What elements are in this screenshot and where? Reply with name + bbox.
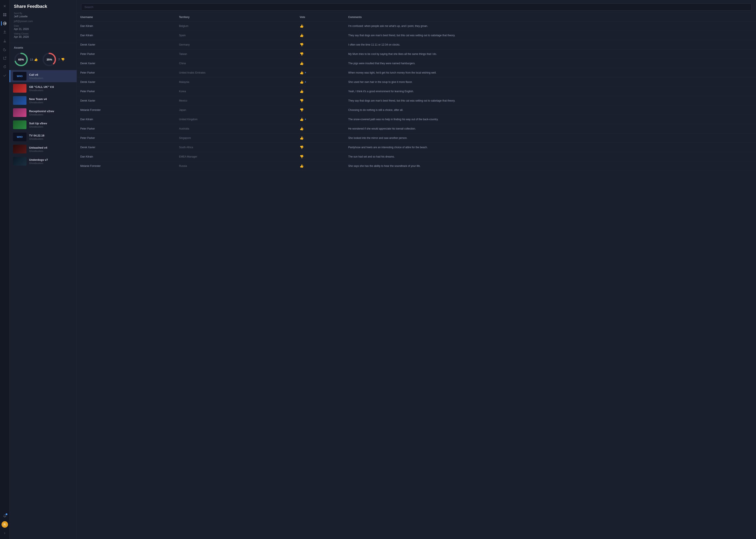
bell-icon[interactable]	[1, 512, 8, 519]
cell-territory: Taiwan	[176, 49, 296, 59]
table-row: Derek XavierSouth Africa👎Pantyhose and h…	[77, 143, 756, 152]
vote-down-icon: 👎	[300, 43, 304, 47]
chevron-right-icon[interactable]: ›	[1, 529, 8, 536]
asset-item[interactable]: Underdogs v7Ghostbusters	[10, 155, 77, 167]
user-avatar[interactable]: JL	[2, 521, 8, 528]
asset-sub: Ghostbusters	[29, 125, 73, 128]
cell-comment: He wondered if she would appreciate his …	[345, 124, 756, 133]
asset-text: Receptionist v2revGhostbusters	[29, 110, 73, 116]
cell-comment: I'm confused: when people ask me what's …	[345, 22, 756, 31]
cell-territory: United Kingdom	[176, 115, 296, 124]
asset-text: Call v6Ghostbusters	[29, 73, 73, 79]
cell-username: Peter Parker	[77, 68, 176, 77]
cell-territory: Mexico	[176, 96, 296, 106]
cell-territory: Russia	[176, 161, 296, 171]
table-row: Derek XavierChina👍The pigs were insulted…	[77, 59, 756, 68]
vote-plus-icon: +	[305, 81, 306, 84]
cell-username: Derek Xavier	[77, 143, 176, 152]
asset-item[interactable]: Receptionist v2revGhostbusters	[10, 107, 77, 119]
asset-item[interactable]: WHOTV 04.22.16Ghostbusters	[10, 131, 77, 143]
asset-item[interactable]: New Team v4Ghostbusters	[10, 94, 77, 107]
search-input[interactable]	[81, 3, 752, 11]
cell-comment: She says she has the ability to hear the…	[345, 161, 756, 171]
asset-list: WHOCall v6GhostbustersGB "CALL UK" V.6Gh…	[10, 70, 77, 167]
asset-item[interactable]: GB "CALL UK" V.6Ghostbusters	[10, 82, 77, 94]
asset-text: Suit Up v5revGhostbusters	[29, 122, 73, 128]
close-icon[interactable]: ✕	[1, 3, 8, 10]
asset-item[interactable]: WHOCall v6Ghostbusters	[10, 70, 77, 82]
cell-username: Peter Parker	[77, 124, 176, 133]
asset-sub: Ghostbusters	[29, 89, 73, 92]
cell-vote: 👍	[296, 161, 345, 171]
cell-username: Derek Xavier	[77, 96, 176, 106]
asset-thumbnail	[13, 84, 27, 93]
cell-comment: She used her own hair in the soup to giv…	[345, 77, 756, 87]
upload-icon[interactable]	[1, 29, 8, 36]
upvote-chart: 65% 13 👍	[14, 52, 38, 67]
thumbs-down-icon: 👎	[61, 58, 65, 61]
asset-thumbnail: WHO	[13, 132, 27, 141]
cell-comment: My Mum tries to be cool by saying that s…	[345, 49, 756, 59]
asset-name: Unleashed v4	[29, 146, 73, 149]
vote-up-icon: 👍	[300, 24, 304, 28]
refresh-icon[interactable]	[1, 63, 8, 70]
cell-territory: United Arabic Emirates	[176, 68, 296, 77]
asset-thumbnail	[13, 120, 27, 129]
cell-vote: 👎	[296, 40, 345, 49]
cell-comment: The pigs were insulted that they were na…	[345, 59, 756, 68]
asset-item[interactable]: Suit Up v5revGhostbusters	[10, 119, 77, 131]
cell-username: Dan Kilrain	[77, 115, 176, 124]
grid-icon[interactable]	[1, 11, 8, 18]
vote-up-icon: 👍	[300, 71, 304, 75]
table-row: Dan KilrainBelgium👍I'm confused: when pe…	[77, 22, 756, 31]
cell-vote: 👎	[296, 143, 345, 152]
cell-territory: South Africa	[176, 143, 296, 152]
moon-icon[interactable]	[1, 46, 8, 53]
main-content: Username Territory Vote Comments Dan Kil…	[77, 0, 756, 539]
table-row: Peter ParkerSingapore👍She looked into th…	[77, 133, 756, 143]
cell-username: Melanie Forrester	[77, 161, 176, 171]
cell-vote: 👍	[296, 133, 345, 143]
vote-up-icon: 👍	[300, 89, 304, 93]
cell-username: Derek Xavier	[77, 40, 176, 49]
download-icon[interactable]	[1, 37, 8, 44]
table-row: Derek XavierMexico👎They say that dogs ar…	[77, 96, 756, 106]
asset-sub: Ghostbusters	[29, 150, 73, 152]
cell-vote: 👎	[296, 49, 345, 59]
upvote-donut: 65%	[14, 52, 28, 67]
asset-name: Receptionist v2rev	[29, 110, 73, 113]
sidebar-header: Share Feedback Sent By Jeff Loiselle jef…	[10, 0, 77, 43]
col-username: Username	[77, 13, 176, 22]
export-icon[interactable]	[1, 55, 8, 62]
asset-item[interactable]: Unleashed v4Ghostbusters	[10, 143, 77, 155]
cell-comment: Yeah, I think it's a good environment fo…	[345, 87, 756, 96]
asset-name: New Team v4	[29, 98, 73, 101]
cell-username: Melanie Forrester	[77, 106, 176, 115]
asset-text: TV 04.22.16Ghostbusters	[29, 134, 73, 140]
cell-comment: They say that dogs are man's best friend…	[345, 31, 756, 40]
cell-territory: EMEA Manager	[176, 152, 296, 161]
col-vote: Vote	[296, 13, 345, 22]
svg-rect-2	[3, 15, 5, 16]
asset-text: Underdogs v7Ghostbusters	[29, 158, 73, 165]
vote-down-icon: 👎	[300, 99, 304, 103]
asset-text: GB "CALL UK" V.6Ghostbusters	[29, 85, 73, 92]
table-header-row: Username Territory Vote Comments	[77, 13, 756, 22]
cell-vote: 👍+	[296, 68, 345, 77]
cell-territory: Japan	[176, 106, 296, 115]
upvote-percent: 65%	[18, 58, 24, 61]
cell-username: Dan Kilrain	[77, 22, 176, 31]
col-territory: Territory	[176, 13, 296, 22]
cell-vote: 👎	[296, 106, 345, 115]
cell-vote: 👍	[296, 22, 345, 31]
cell-territory: Korea	[176, 87, 296, 96]
cell-territory: Spain	[176, 31, 296, 40]
voting-closes-value: Apr 30, 2020	[14, 36, 72, 38]
check-icon[interactable]	[1, 72, 8, 79]
cell-comment: They say that dogs are man's best friend…	[345, 96, 756, 106]
date-value: Apr 21, 2020	[14, 28, 72, 31]
cell-territory: Germany	[176, 40, 296, 49]
vote-plus-icon: +	[305, 118, 306, 121]
table-row: Melanie ForresterRussia👍She says she has…	[77, 161, 756, 171]
share-icon[interactable]	[1, 20, 8, 27]
